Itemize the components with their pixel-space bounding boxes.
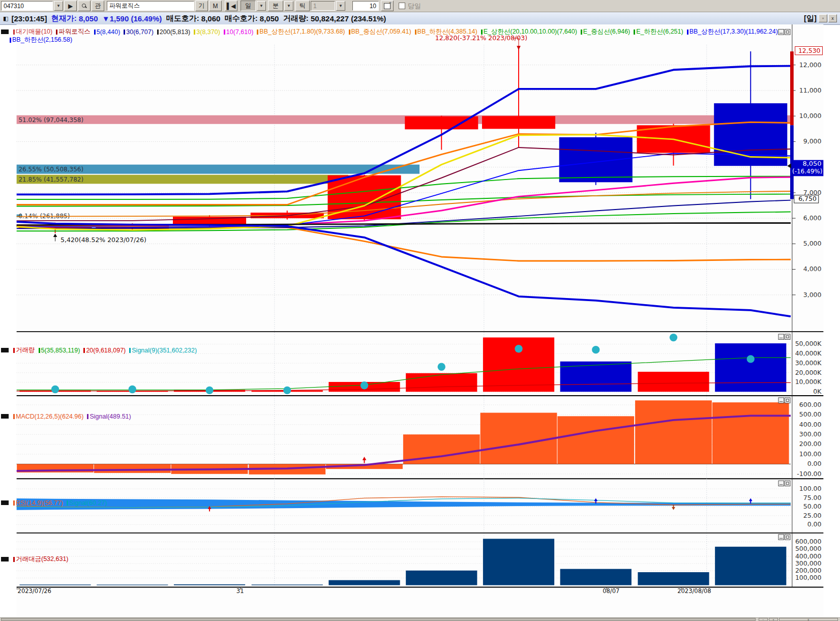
legend-item[interactable]: E_상한선(20,10.00,10.00)(7,640) bbox=[481, 27, 577, 36]
value-bar bbox=[483, 539, 554, 585]
legend-item[interactable]: 파워로직스 bbox=[56, 27, 91, 36]
stock-code-dropdown-icon[interactable]: ▼ bbox=[54, 1, 63, 11]
tick-period-button[interactable]: 틱 bbox=[295, 1, 310, 11]
tick-dropdown-icon[interactable]: ▼ bbox=[336, 1, 345, 11]
legend-color-chip bbox=[13, 29, 15, 35]
zoom-in-button[interactable]: + bbox=[769, 618, 778, 621]
pane-collapse-button[interactable] bbox=[778, 29, 784, 35]
window-minimize-button[interactable]: ▫ bbox=[819, 14, 827, 22]
legend-item[interactable]: RSI(14,9)(56.77) bbox=[13, 499, 63, 507]
macd-axis-label: 400.00 bbox=[799, 421, 822, 428]
legend-label: 30(6,707) bbox=[126, 28, 154, 36]
daily-dropdown-icon[interactable]: ▼ bbox=[257, 1, 266, 11]
volume-value: 50,824,227 (234.51%) bbox=[311, 14, 386, 23]
legend-label: BB_하한선(4,385.14) bbox=[417, 27, 477, 36]
chart-window: 047310 ▼ ▶ 관 파워로직스 기 M ▌◀ 일 ▼ 분 ▼ 틱 1 ▼ … bbox=[0, 0, 840, 621]
volume-axis-label: 20,000K bbox=[795, 369, 822, 376]
daily-period-button[interactable]: 일 bbox=[241, 1, 256, 11]
macd-histogram-bar bbox=[481, 413, 557, 464]
tick-count-input[interactable]: 1 bbox=[311, 1, 335, 11]
legend-item[interactable]: BB_상한선(17,3.30)(11,962.24) bbox=[687, 27, 778, 36]
pane-close-button[interactable] bbox=[785, 29, 790, 35]
value-bar bbox=[715, 547, 786, 585]
mode-badge: [일] bbox=[804, 14, 817, 23]
pane-close-button[interactable] bbox=[785, 398, 790, 403]
date-axis-label: 31 bbox=[236, 587, 244, 595]
legend-label: 5(8,440) bbox=[97, 28, 121, 36]
window-close-button[interactable]: x bbox=[828, 14, 837, 22]
legend-item[interactable]: 5(8,440) bbox=[94, 28, 121, 36]
pane-close-button[interactable] bbox=[785, 481, 790, 486]
legend-item[interactable]: E_중심선(6,946) bbox=[581, 27, 630, 36]
stock-name-field[interactable]: 파워로직스 bbox=[107, 1, 194, 11]
legend-item[interactable]: 5(35,853,119) bbox=[39, 347, 80, 354]
value-bar bbox=[328, 580, 400, 585]
volume-signal-marker bbox=[129, 386, 136, 393]
bar-count-input[interactable]: 10 bbox=[352, 1, 379, 11]
volume-signal-marker bbox=[592, 346, 599, 353]
rsi-axis-label: 0.00 bbox=[807, 520, 822, 528]
price-axis-label: 4,000 bbox=[803, 265, 822, 273]
legend-color-chip bbox=[687, 29, 688, 35]
pane-close-button[interactable] bbox=[785, 334, 790, 340]
legend-label: E_하한선(6,251) bbox=[636, 27, 683, 36]
legend-label: 거래량 bbox=[16, 346, 35, 354]
zoom-out-button[interactable]: − bbox=[759, 618, 768, 621]
legend-item[interactable]: BB_하한선(4,385.14) bbox=[415, 27, 477, 36]
m-button[interactable]: M bbox=[209, 1, 222, 11]
value-axis-label: 300,000 bbox=[795, 559, 822, 567]
pane-collapse-button[interactable] bbox=[778, 398, 784, 403]
legend-item[interactable]: 30(6,707) bbox=[124, 28, 154, 36]
legend-item[interactable]: 10(7,610) bbox=[224, 28, 254, 36]
gwan-button[interactable]: 관 bbox=[92, 1, 104, 11]
legend-color-chip bbox=[157, 29, 159, 35]
legend-color-chip bbox=[634, 29, 635, 35]
macd-axis-label: 200.00 bbox=[799, 440, 822, 448]
new-window-button[interactable] bbox=[381, 1, 394, 11]
volume-axis-label: 10,000K bbox=[795, 378, 822, 386]
pane-handle-icon bbox=[1, 557, 9, 561]
legend-label: 200(5,813) bbox=[160, 28, 190, 36]
chart-resize-handle[interactable]: ≡ bbox=[779, 618, 838, 621]
legend-item[interactable]: BB_하한선(2,156.58) bbox=[10, 36, 72, 44]
legend-item[interactable]: Signal(489.51) bbox=[87, 413, 131, 420]
legend-item[interactable]: 거래대금(532,631) bbox=[13, 555, 69, 564]
legend-item[interactable]: 거래량 bbox=[13, 346, 35, 354]
price-axis-label: 5,000 bbox=[803, 240, 822, 247]
legend-color-chip bbox=[87, 414, 88, 419]
macd-histogram-bar bbox=[557, 416, 634, 464]
legend-label: E_중심선(6,946) bbox=[583, 27, 630, 36]
minute-dropdown-icon[interactable]: ▼ bbox=[284, 1, 293, 11]
value-axis-label: 400,000 bbox=[795, 552, 822, 560]
legend-item[interactable]: Signal(9)(351,602,232) bbox=[129, 347, 197, 354]
gi-button[interactable]: 기 bbox=[195, 1, 208, 11]
chart-type-button[interactable]: ▌◀ bbox=[225, 1, 237, 11]
legend-item[interactable]: E_하한선(6,251) bbox=[634, 27, 683, 36]
legend-item[interactable]: 20(9,618,097) bbox=[83, 347, 126, 354]
legend-item[interactable]: Signal(60.27) bbox=[67, 499, 107, 507]
next-stock-button[interactable]: ▶ bbox=[64, 1, 77, 11]
stock-code-input[interactable]: 047310 bbox=[1, 1, 53, 11]
pane-collapse-button[interactable] bbox=[778, 481, 784, 486]
legend-label: Signal(60.27) bbox=[69, 499, 107, 507]
chart-toolbar: 047310 ▼ ▶ 관 파워로직스 기 M ▌◀ 일 ▼ 분 ▼ 틱 1 ▼ … bbox=[0, 0, 840, 12]
legend-item[interactable]: 대기매물(10) bbox=[13, 27, 52, 36]
scrollbar-thumb[interactable] bbox=[1, 618, 756, 621]
minute-period-button[interactable]: 분 bbox=[268, 1, 283, 11]
value-bar bbox=[97, 584, 168, 585]
legend-item[interactable]: MACD(12,26,5)(624.96) bbox=[13, 413, 83, 420]
legend-item[interactable]: BB_상한선(17,1.80)(9,733.68) bbox=[257, 27, 345, 36]
date-axis-label: 2023/08/08 bbox=[677, 587, 711, 595]
pane-collapse-button[interactable] bbox=[778, 334, 784, 340]
legend-item[interactable]: 200(5,813) bbox=[157, 28, 190, 36]
today-checkbox[interactable] bbox=[399, 3, 405, 9]
horizontal-scrollbar[interactable]: − + ≡ bbox=[0, 617, 840, 621]
legend-item[interactable]: BB_중심선(7,059.41) bbox=[349, 27, 411, 36]
legend-label: 10(7,610) bbox=[226, 28, 254, 36]
legend-color-chip bbox=[10, 38, 11, 43]
value-axis-label: 500,000 bbox=[795, 545, 822, 552]
search-button[interactable] bbox=[78, 1, 91, 11]
legend-item[interactable]: 3(8,370) bbox=[194, 28, 220, 36]
pane-collapse-button[interactable] bbox=[778, 535, 784, 540]
pane-close-button[interactable] bbox=[785, 535, 790, 540]
